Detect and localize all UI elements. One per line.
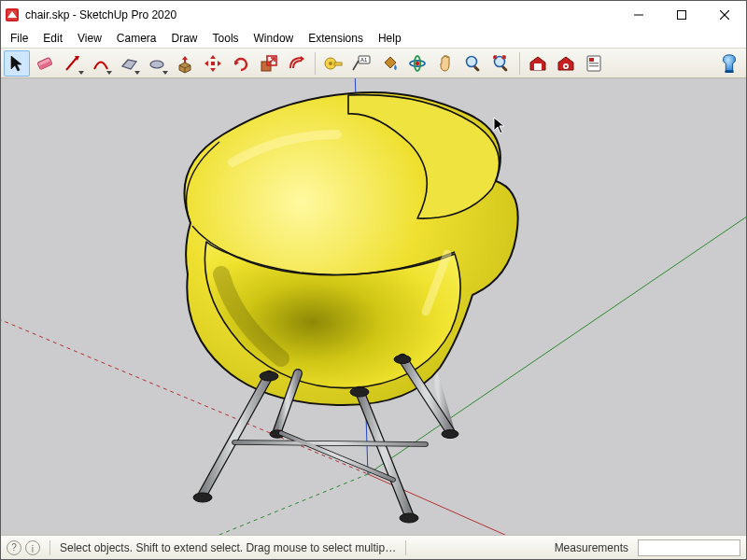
- svg-rect-31: [725, 70, 733, 73]
- statusbar: ? ¡ Select objects. Shift to extend sele…: [1, 535, 746, 559]
- svg-rect-30: [589, 65, 599, 66]
- svg-point-20: [467, 56, 477, 66]
- svg-point-26: [565, 64, 568, 67]
- tool-rectangle[interactable]: [116, 50, 142, 77]
- viewport-canvas: [1, 78, 746, 535]
- menu-edit[interactable]: Edit: [35, 29, 70, 48]
- app-icon: [5, 7, 20, 22]
- status-separator: [49, 540, 50, 555]
- tool-extension-warehouse[interactable]: [553, 50, 579, 77]
- toolbar-separator: [519, 52, 520, 75]
- tool-pan[interactable]: [432, 50, 458, 77]
- svg-point-13: [329, 62, 332, 65]
- svg-rect-9: [211, 62, 215, 65]
- measurements-label: Measurements: [555, 541, 628, 554]
- tool-instructor[interactable]: [715, 49, 743, 77]
- status-separator: [405, 540, 406, 555]
- menubar: File Edit View Camera Draw Tools Window …: [1, 29, 746, 48]
- status-hint: Select objects. Shift to extend select. …: [60, 541, 396, 554]
- tool-pushpull[interactable]: [172, 50, 198, 77]
- tool-tapemeasure[interactable]: [320, 50, 346, 77]
- tool-move[interactable]: [200, 50, 226, 77]
- viewport[interactable]: [1, 78, 746, 535]
- svg-point-39: [400, 513, 418, 523]
- svg-rect-14: [334, 63, 342, 65]
- tool-zoom-extents[interactable]: [488, 50, 514, 77]
- svg-point-19: [416, 61, 419, 64]
- tool-select[interactable]: [4, 50, 30, 77]
- svg-point-42: [260, 371, 278, 381]
- minimize-button[interactable]: [617, 1, 660, 29]
- tool-eraser[interactable]: [32, 50, 58, 77]
- maximize-button[interactable]: [660, 1, 703, 29]
- measurements-input[interactable]: [638, 539, 740, 556]
- credits-icon[interactable]: ¡: [25, 540, 40, 555]
- close-button[interactable]: [703, 1, 746, 29]
- menu-help[interactable]: Help: [371, 29, 409, 48]
- svg-point-40: [442, 430, 458, 439]
- svg-rect-3: [678, 11, 686, 20]
- tool-arc[interactable]: [88, 50, 114, 77]
- menu-window[interactable]: Window: [247, 29, 302, 48]
- svg-rect-21: [473, 65, 480, 72]
- svg-rect-29: [589, 63, 599, 63]
- svg-rect-28: [589, 58, 594, 62]
- svg-point-44: [394, 356, 411, 364]
- tool-text[interactable]: A1: [348, 50, 374, 77]
- tool-zoom[interactable]: [460, 50, 486, 77]
- window-title: chair.skp - SketchUp Pro 2020: [25, 8, 176, 21]
- tool-offset[interactable]: [284, 50, 310, 77]
- tool-orbit[interactable]: [404, 50, 430, 77]
- menu-tools[interactable]: Tools: [205, 29, 247, 48]
- menu-draw[interactable]: Draw: [164, 29, 205, 48]
- svg-point-8: [150, 61, 163, 68]
- svg-point-38: [193, 493, 212, 502]
- tool-scale[interactable]: [256, 50, 282, 77]
- tool-paintbucket[interactable]: [376, 50, 402, 77]
- menu-extensions[interactable]: Extensions: [301, 29, 371, 48]
- svg-point-43: [350, 387, 369, 397]
- menu-view[interactable]: View: [70, 29, 109, 48]
- toolbar-separator: [315, 52, 316, 75]
- svg-rect-24: [534, 63, 542, 70]
- titlebar: chair.skp - SketchUp Pro 2020: [1, 1, 746, 29]
- toolbar: A1: [1, 48, 746, 78]
- tool-line[interactable]: [60, 50, 86, 77]
- tool-3d-warehouse[interactable]: [525, 50, 551, 77]
- tool-circle[interactable]: [144, 50, 170, 77]
- menu-file[interactable]: File: [3, 29, 35, 48]
- menu-camera[interactable]: Camera: [109, 29, 164, 48]
- tool-rotate[interactable]: [228, 50, 254, 77]
- tool-send-to-layout[interactable]: [581, 50, 607, 77]
- geolocate-icon[interactable]: ?: [7, 540, 21, 555]
- svg-text:A1: A1: [360, 57, 368, 63]
